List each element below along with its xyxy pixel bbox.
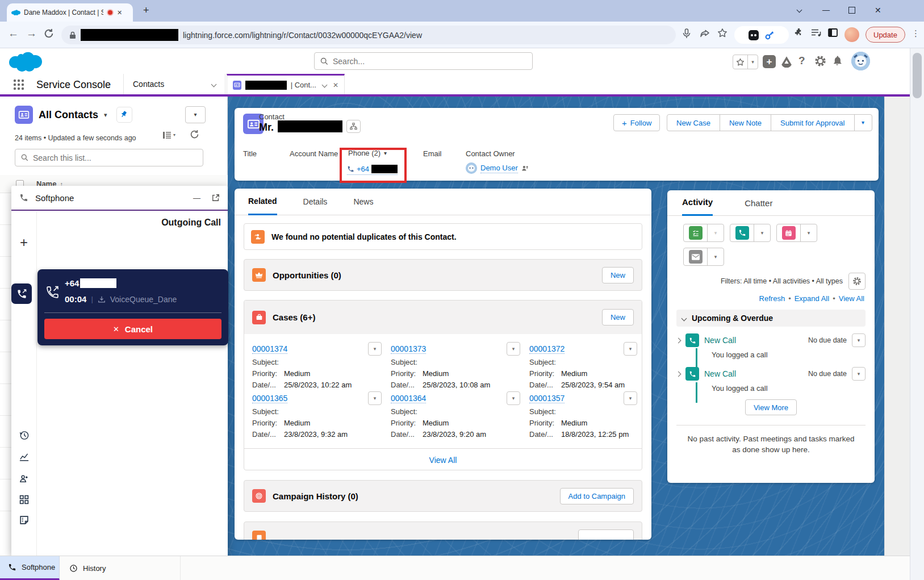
case-row-menu[interactable]: ▾	[624, 391, 637, 405]
submit-for-approval-button[interactable]: Submit for Approval	[771, 115, 854, 131]
softphone-minimize-icon[interactable]: —	[193, 194, 200, 202]
activity-item-menu[interactable]: ▾	[852, 333, 866, 347]
list-view-title[interactable]: All Contacts	[39, 109, 98, 121]
add-to-campaign-button[interactable]: Add to Campaign	[560, 488, 634, 504]
recorder-extension-icon[interactable]	[749, 30, 759, 40]
setup-gear-icon[interactable]	[814, 55, 826, 67]
back-icon[interactable]: ←	[8, 27, 19, 40]
opportunities-new-button[interactable]: New	[602, 267, 634, 283]
new-tab-button[interactable]: +	[143, 5, 149, 16]
add-call-icon[interactable]: +	[11, 235, 36, 251]
window-menu-chevron-icon[interactable]	[797, 8, 801, 12]
favorites-star-icon[interactable]	[733, 55, 748, 69]
window-maximize-icon[interactable]	[848, 7, 855, 14]
favorites-caret-icon[interactable]: ▾	[748, 60, 758, 65]
mic-icon[interactable]	[682, 28, 691, 39]
new-note-button[interactable]: New Note	[720, 115, 771, 131]
new-task-caret[interactable]: ▾	[708, 231, 724, 236]
apps-grid-icon[interactable]	[11, 495, 36, 504]
nav-tab-chevron-icon[interactable]	[212, 82, 216, 86]
case-number-link[interactable]: 00001374	[252, 344, 287, 354]
upcoming-overdue-section[interactable]: Upcoming & Overdue	[676, 310, 866, 327]
help-icon[interactable]: ?	[798, 55, 805, 67]
tab-news[interactable]: News	[353, 197, 373, 206]
browser-profile-avatar[interactable]	[844, 27, 859, 42]
share-icon[interactable]	[700, 28, 710, 38]
email-caret[interactable]: ▾	[708, 254, 724, 260]
email-icon[interactable]	[684, 248, 708, 265]
workspace-tab-chevron-icon[interactable]	[323, 83, 327, 87]
browser-menu-icon[interactable]: ⋮	[912, 28, 920, 39]
activity-expand-all-link[interactable]: Expand All	[795, 294, 829, 303]
url-bar[interactable]: lightning.force.com/lightning/r/Contact/…	[61, 26, 676, 44]
activity-item-menu[interactable]: ▾	[852, 367, 866, 381]
global-search[interactable]	[314, 52, 533, 70]
list-view-settings-button[interactable]: ▾	[185, 106, 206, 123]
workspace-tab-close-icon[interactable]: ✕	[333, 81, 338, 89]
log-a-call-icon[interactable]	[730, 224, 754, 241]
favorites-button-group[interactable]: ▾	[733, 55, 758, 69]
notes-icon[interactable]	[11, 515, 36, 525]
owner-link[interactable]: Demo User	[480, 164, 518, 173]
forward-icon[interactable]: →	[26, 27, 37, 40]
case-number-link[interactable]: 00001373	[391, 344, 426, 354]
tab-chatter[interactable]: Chatter	[745, 198, 772, 208]
list-search-input[interactable]	[33, 153, 192, 162]
view-more-button[interactable]: View More	[745, 399, 797, 415]
new-event-caret[interactable]: ▾	[801, 231, 817, 236]
pin-icon[interactable]	[116, 107, 132, 123]
case-row-menu[interactable]: ▾	[368, 342, 382, 356]
list-view-caret-icon[interactable]: ▾	[104, 112, 107, 118]
contacts-people-icon[interactable]	[11, 473, 36, 484]
activity-view-all-link[interactable]: View All	[839, 294, 864, 303]
item-expand-chevron-icon[interactable]	[676, 339, 680, 343]
case-number-link[interactable]: 00001357	[529, 394, 565, 403]
update-button[interactable]: Update	[866, 27, 905, 43]
campaign-history-title[interactable]: Campaign History (0)	[273, 491, 358, 501]
active-call-nav-icon[interactable]	[11, 283, 32, 304]
activity-refresh-link[interactable]: Refresh	[759, 294, 785, 303]
password-key-extension-icon[interactable]	[764, 30, 775, 40]
more-actions-caret-icon[interactable]: ▾	[855, 115, 872, 131]
extensions-puzzle-icon[interactable]	[794, 28, 804, 38]
case-number-link[interactable]: 00001365	[252, 394, 287, 403]
refresh-list-icon[interactable]	[190, 130, 199, 139]
bookmark-star-icon[interactable]	[717, 28, 728, 38]
case-row-menu[interactable]: ▾	[624, 342, 637, 356]
trailhead-icon[interactable]	[780, 55, 793, 68]
display-as-icon[interactable]: ▾	[162, 131, 175, 140]
new-event-icon[interactable]	[777, 224, 801, 241]
reading-list-icon[interactable]	[811, 28, 821, 37]
case-row-menu[interactable]: ▾	[507, 391, 520, 405]
app-launcher-waffle-icon[interactable]	[12, 78, 25, 91]
scrollbar-thumb[interactable]	[913, 53, 922, 98]
new-case-button[interactable]: New Case	[667, 115, 720, 131]
item-expand-chevron-icon[interactable]	[676, 372, 680, 376]
call-history-icon[interactable]	[11, 430, 36, 441]
workspace-tab-contact[interactable]: | Cont... ✕	[227, 74, 345, 94]
global-search-input[interactable]	[333, 57, 520, 66]
cases-new-button[interactable]: New	[602, 309, 634, 326]
tab-related[interactable]: Related	[248, 189, 277, 215]
section-chevron-icon[interactable]	[682, 316, 686, 320]
window-minimize-icon[interactable]: —	[822, 6, 830, 14]
follow-button[interactable]: + Follow	[613, 114, 660, 131]
list-search-box[interactable]	[15, 149, 203, 166]
softphone-header[interactable]: Softphone —	[11, 186, 228, 211]
case-row-menu[interactable]: ▾	[368, 391, 382, 405]
activity-filter-gear-icon[interactable]	[848, 273, 866, 290]
user-avatar-astro[interactable]	[851, 52, 870, 70]
tab-close-icon[interactable]: ✕	[117, 9, 122, 16]
opportunities-title[interactable]: Opportunities (0)	[273, 270, 341, 280]
new-task-icon[interactable]	[684, 224, 708, 241]
next-related-list-button[interactable]	[578, 529, 634, 540]
nav-tab-contacts[interactable]: Contacts	[124, 74, 225, 94]
cancel-call-button[interactable]: ✕ Cancel	[44, 319, 221, 339]
side-panel-icon[interactable]	[828, 28, 838, 37]
dock-softphone-tab[interactable]: Softphone	[0, 556, 60, 580]
activity-item-title[interactable]: New Call	[704, 369, 736, 378]
page-scrollbar[interactable]	[910, 48, 924, 580]
change-owner-icon[interactable]	[521, 165, 529, 172]
org-chart-button[interactable]	[346, 120, 361, 133]
browser-tab[interactable]: Dane Maddox | Contact | Sal ✕	[7, 3, 133, 22]
